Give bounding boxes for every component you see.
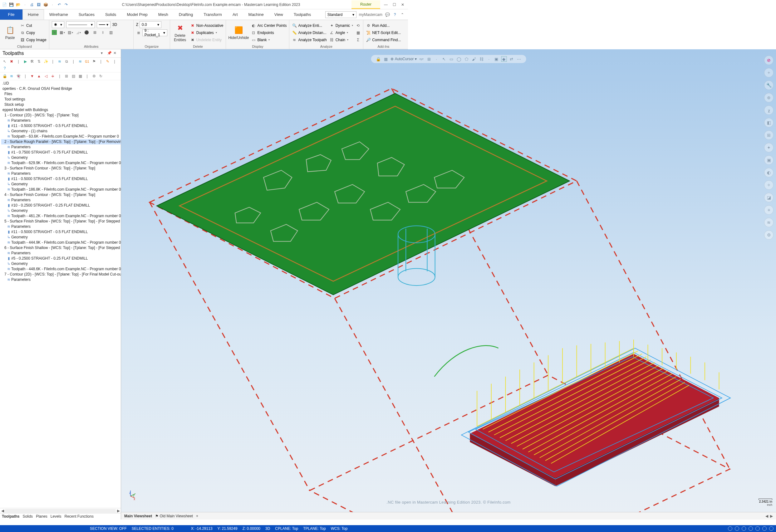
align-icon[interactable]: ⫴: [101, 30, 106, 35]
analyze-entity-button[interactable]: 🔍Analyze Enti...: [292, 22, 327, 29]
filter-icon[interactable]: ▦: [383, 56, 389, 62]
tree-node[interactable]: ▮#11 - 0.5000 STRAIGHT - 0.5 FLAT ENDMIL…: [1, 176, 121, 182]
clip-icon[interactable]: ⧉: [64, 59, 69, 64]
tree-node[interactable]: ≋Parameters: [1, 118, 121, 123]
tree-node[interactable]: ↳Geometry: [1, 208, 121, 213]
tab-surfaces[interactable]: Surfaces: [73, 9, 100, 20]
close-icon[interactable]: ✕: [113, 51, 118, 56]
misc-icon[interactable]: ▦: [356, 30, 361, 35]
tree-node[interactable]: .UD: [1, 81, 121, 86]
3d-viewport[interactable]: 🔒 ▦ ⊕ AutoCursor ▾ xyz ⊞ · ↖ ▭ ◯ ⬠ 🖌 ⛓ ·…: [121, 49, 408, 280]
line-weight-combo[interactable]: ▾: [97, 21, 111, 28]
tree-node[interactable]: ▮#11 - 0.5000 STRAIGHT - 0.5 FLAT ENDMIL…: [1, 123, 121, 128]
options-icon[interactable]: ▾: [101, 51, 106, 56]
pin-icon[interactable]: 📌: [107, 51, 112, 56]
tab-toolpaths[interactable]: Toolpaths: [288, 9, 317, 20]
help-icon[interactable]: ?: [2, 65, 7, 71]
delete-entities-button[interactable]: ✖ Delete Entities: [173, 23, 188, 42]
wave-icon[interactable]: ≋: [57, 59, 62, 64]
paste-button[interactable]: 📋 Paste: [2, 26, 17, 40]
tree-node[interactable]: 1 - Contour (2D) - [WCS: Top] - [Tplane:…: [1, 112, 121, 118]
tree-node[interactable]: ≋Toolpath - 186.8K - FileInfo.com Exampl…: [1, 187, 121, 192]
tree-node[interactable]: ▮#11 - 0.5000 STRAIGHT - 0.5 FLAT ENDMIL…: [1, 229, 121, 235]
net-script-button[interactable]: 📜NET-Script Edit...: [366, 30, 401, 36]
tree-node[interactable]: 2 - Surface Rough Parallel - [WCS: Top] …: [1, 139, 121, 145]
tree-node[interactable]: ≋Parameters: [1, 171, 121, 176]
layers-icon[interactable]: ≣: [136, 30, 141, 35]
notification-icon[interactable]: 💬: [385, 12, 390, 17]
new-file-icon[interactable]: 📄: [2, 2, 7, 7]
color-swatch[interactable]: [52, 30, 57, 35]
clear-icon[interactable]: ◢: [76, 30, 81, 35]
analyze-toolpath-button[interactable]: ≋Analyze Toolpath: [292, 37, 327, 43]
3d-toggle[interactable]: 3D: [113, 22, 117, 27]
tree-node[interactable]: ↳Geometry - (1) chains: [1, 128, 121, 134]
tree-node[interactable]: ≋Toolpath - 629.9K - FileInfo.com Exampl…: [1, 161, 121, 166]
gear-icon[interactable]: ⚙: [91, 73, 97, 79]
blank-button[interactable]: ▭Blank: [251, 37, 286, 43]
tab-home[interactable]: Home: [22, 9, 44, 20]
hatch-icon[interactable]: ▥: [109, 30, 114, 35]
tree-node[interactable]: Stock setup: [1, 102, 121, 107]
refresh-icon[interactable]: ↻: [98, 73, 104, 79]
tab-drafting[interactable]: Drafting: [174, 9, 199, 20]
tree-node[interactable]: 5 - Surface Finish Shallow - [WCS: Top] …: [1, 219, 121, 224]
redo-icon[interactable]: ↷: [64, 2, 69, 7]
tree-node[interactable]: ≋Toolpath - 461.2K - FileInfo.com Exampl…: [1, 213, 121, 219]
tool-icon[interactable]: 🛠: [29, 59, 35, 64]
tab-art[interactable]: Art: [227, 9, 243, 20]
angle-button[interactable]: ∠Angle: [329, 30, 353, 36]
tree-node[interactable]: ▮#10 - 0.2500 STRAIGHT - 0.25 FLAT ENDMI…: [1, 203, 121, 208]
copy-image-button[interactable]: 🖼Copy Image: [20, 37, 46, 43]
context-tab[interactable]: Router: [352, 0, 380, 9]
mymastercam-link[interactable]: myMastercam: [359, 12, 382, 17]
cut-button[interactable]: ✂Cut: [20, 22, 46, 29]
play-icon[interactable]: ▶: [22, 59, 28, 64]
command-find-button[interactable]: 🔎Command Find...: [366, 37, 401, 43]
tree-node[interactable]: ≋Parameters: [1, 277, 121, 280]
tree-node[interactable]: ↳Geometry: [1, 155, 121, 161]
tree-node[interactable]: 6 - Surface Finish Shallow - [WCS: Top] …: [1, 245, 121, 251]
tab-mesh[interactable]: Mesh: [153, 9, 174, 20]
undo-icon[interactable]: ↶: [57, 2, 62, 7]
operations-tree[interactable]: .UDoperties - C.R. Onsrud OSAI Fixed Bri…: [0, 80, 121, 280]
wave-icon[interactable]: ≋: [9, 73, 14, 79]
open-folder-icon[interactable]: 📂: [16, 2, 21, 7]
minimize-icon[interactable]: —: [384, 2, 388, 7]
tree-node[interactable]: Tool settings: [1, 97, 121, 102]
hide-unhide-button[interactable]: 🟧 Hide/Unhide: [228, 26, 248, 40]
tree-node[interactable]: 7 - Contour (2D) - [WCS: Top] - [Tplane:…: [1, 272, 121, 277]
expand-icon[interactable]: ≑: [50, 73, 55, 79]
run-addin-button[interactable]: ⚙Run Add...: [366, 22, 401, 29]
quickstyle-combo[interactable]: Standard▾: [325, 11, 357, 18]
group-icon[interactable]: ⊞: [64, 73, 69, 79]
sigma-icon[interactable]: Σ: [356, 37, 361, 42]
package-icon[interactable]: 📦: [43, 2, 48, 7]
tab-transform[interactable]: Transform: [198, 9, 227, 20]
lock-icon[interactable]: 🔒: [376, 56, 381, 62]
list-icon[interactable]: ▦: [77, 73, 83, 79]
z-value-combo[interactable]: 0.0▾: [140, 21, 161, 28]
copy-button[interactable]: ⧉Copy: [20, 30, 46, 36]
tab-view[interactable]: View: [269, 9, 288, 20]
non-assoc-button[interactable]: ✖Non-Associative: [190, 22, 223, 29]
autocursor-dropdown[interactable]: ⊕ AutoCursor ▾: [390, 57, 408, 61]
endpoints-button[interactable]: ⊡Endpoints: [251, 30, 286, 36]
flag-icon[interactable]: ⚑: [91, 59, 97, 64]
down-icon[interactable]: ▼: [29, 73, 35, 79]
screenshot-icon[interactable]: 🖼: [36, 2, 41, 7]
tab-machine[interactable]: Machine: [243, 9, 269, 20]
dynamic-button[interactable]: ✦Dynamic: [329, 22, 353, 29]
tree-node[interactable]: ▮#5 - 0.2500 STRAIGHT - 0.25 FLAT ENDMIL…: [1, 256, 121, 261]
misc-icon[interactable]: ⟲: [356, 23, 361, 28]
fx-icon[interactable]: ✨: [43, 59, 49, 64]
duplicates-button[interactable]: ✖Duplicates: [190, 30, 223, 36]
chain-button[interactable]: ⛓Chain: [329, 37, 353, 43]
arc-center-button[interactable]: ◐Arc Center Points: [251, 22, 286, 29]
sheet-icon[interactable]: ▤: [70, 73, 76, 79]
level-combo[interactable]: 9 : Pocket_1▾: [142, 29, 167, 36]
tree-node[interactable]: 4 - Surface Finish Contour - [WCS: Top] …: [1, 192, 121, 198]
cursor-icon[interactable]: ↖: [2, 59, 7, 64]
save-icon[interactable]: 💾: [9, 2, 14, 7]
tree-node[interactable]: ≋Parameters: [1, 251, 121, 256]
